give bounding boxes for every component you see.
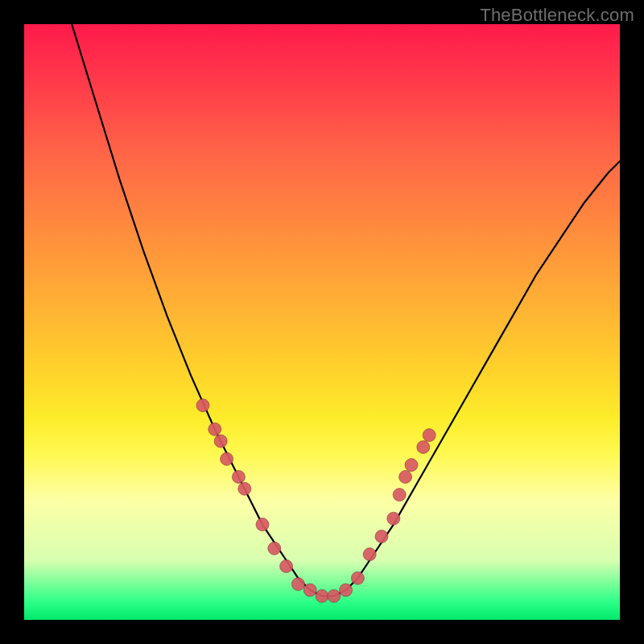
- data-marker: [221, 452, 233, 465]
- data-marker: [387, 512, 400, 525]
- data-marker: [405, 459, 418, 472]
- plot-area: [24, 24, 620, 620]
- data-markers: [196, 399, 436, 603]
- bottleneck-curve: [72, 24, 620, 596]
- data-marker: [214, 435, 227, 448]
- data-marker: [351, 572, 364, 584]
- data-marker: [238, 482, 251, 495]
- data-marker: [303, 584, 316, 597]
- data-marker: [417, 440, 430, 453]
- data-marker: [256, 518, 269, 531]
- watermark-text: TheBottleneck.com: [480, 5, 634, 26]
- chart-svg: [24, 24, 620, 620]
- data-marker: [375, 530, 388, 543]
- data-marker: [363, 548, 376, 561]
- data-marker: [291, 578, 304, 591]
- data-marker: [268, 542, 281, 555]
- data-marker: [393, 489, 406, 502]
- data-marker: [208, 423, 221, 436]
- data-marker: [340, 584, 353, 597]
- data-marker: [280, 559, 293, 572]
- data-marker: [399, 470, 412, 483]
- data-marker: [328, 589, 341, 602]
- chart-frame: TheBottleneck.com: [0, 0, 644, 644]
- data-marker: [316, 589, 328, 602]
- data-marker: [196, 399, 209, 412]
- data-marker: [423, 429, 436, 442]
- data-marker: [232, 470, 245, 483]
